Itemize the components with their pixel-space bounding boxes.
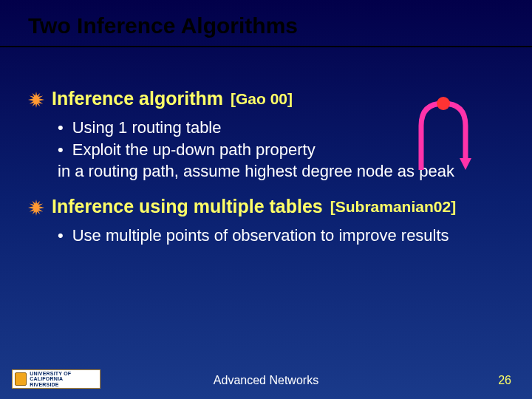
slide-title: Two Inference Algorithms [28, 13, 510, 38]
section-heading-2-text: Inference using multiple tables [52, 196, 323, 217]
bullet-dot: • [58, 225, 64, 247]
svg-marker-3 [28, 200, 44, 216]
section-heading-1-text: Inference algorithm [52, 88, 223, 109]
list-item: • Use multiple points of observation to … [58, 225, 510, 247]
title-underline [0, 46, 532, 47]
footer: UNIVERSITY OF CALIFORNIA RIVERSIDE Advan… [0, 366, 532, 389]
bullet-text: Use multiple points of observation to im… [72, 225, 449, 247]
bullet-text: Using 1 routing table [72, 117, 222, 139]
star-burst-icon [28, 199, 44, 215]
section-2-bullets: • Use multiple points of observation to … [58, 225, 510, 247]
peak-node-diagram [406, 96, 488, 177]
bullet-dot: • [58, 139, 64, 161]
section-2-citation: [Subramanian02] [330, 198, 456, 216]
slide: Two Inference Algorithms Inference algor… [0, 0, 532, 399]
footer-title: Advanced Networks [0, 374, 532, 387]
svg-marker-0 [460, 158, 471, 170]
svg-marker-2 [28, 92, 44, 108]
section-heading-2: Inference using multiple tables [Subrama… [28, 196, 510, 217]
bullet-text: Exploit the up-down path property [72, 139, 316, 161]
star-burst-icon [28, 91, 44, 107]
bullet-dot: • [58, 117, 64, 139]
svg-point-1 [437, 97, 450, 110]
page-number: 26 [498, 374, 511, 387]
section-1-citation: [Gao 00] [231, 90, 293, 108]
